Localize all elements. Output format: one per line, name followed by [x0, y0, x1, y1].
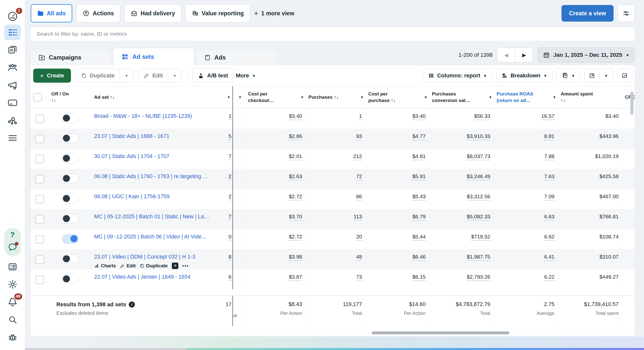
row-checkbox[interactable] — [35, 235, 44, 244]
tab-ads[interactable]: Ads — [197, 50, 277, 65]
metric-value[interactable]: $1,987.75 — [467, 254, 490, 261]
metric-value[interactable]: 6.62 — [544, 234, 554, 241]
metric-value[interactable]: $5,082.33 — [467, 214, 490, 221]
metric-value[interactable]: $3.87 — [289, 274, 302, 281]
metric-value[interactable]: 6.22 — [544, 274, 554, 281]
sidebar-item-advertise[interactable] — [4, 77, 21, 93]
header-cost-per-purchase[interactable]: Cost per purchase ↑↓ ▼ — [366, 86, 429, 108]
sidebar-item-notifications[interactable]: 48 — [4, 294, 21, 310]
filter-caret-icon[interactable]: ▼ — [489, 95, 492, 100]
tab-ad-sets[interactable]: Ad sets — [114, 48, 194, 65]
row-checkbox[interactable] — [35, 135, 44, 143]
account-gauge-icon[interactable]: 1 — [4, 9, 21, 24]
metric-value[interactable]: 7.63 — [544, 173, 554, 180]
select-all-checkbox[interactable] — [33, 93, 42, 102]
metric-value[interactable]: $719.52 — [471, 234, 490, 241]
metric-value[interactable]: 6.63 — [544, 214, 554, 221]
metric-value[interactable]: $5.43 — [412, 193, 426, 201]
header-purchases[interactable]: Purchases ↑↓ ▼ — [306, 86, 366, 108]
ad-set-name-link[interactable]: 06.08 | Static Ads | 1760 - 1763 | re ta… — [94, 173, 212, 180]
sidebar-item-business-assets[interactable] — [4, 113, 21, 128]
metric-value[interactable]: 113 — [354, 214, 362, 221]
row-action-edit[interactable]: Edit — [120, 263, 136, 269]
ad-set-toggle-off[interactable] — [62, 254, 78, 264]
one-more-view-button[interactable]: + 1 more view — [254, 9, 294, 17]
metric-value[interactable]: $6.15 — [412, 274, 426, 281]
metric-value[interactable]: 7.88 — [544, 153, 554, 160]
ad-set-toggle-off[interactable] — [62, 154, 78, 163]
metric-value[interactable]: $3.40 — [412, 113, 426, 120]
row-checkbox[interactable] — [35, 195, 44, 204]
duplicate-dropdown-button[interactable]: ▼ — [120, 69, 134, 83]
metric-value[interactable]: 6.41 — [544, 254, 554, 261]
vertical-scrollbar-thumb[interactable] — [630, 92, 633, 115]
help-icon[interactable]: ? — [10, 231, 15, 238]
next-page-button[interactable]: ▶ — [515, 48, 533, 62]
edit-button[interactable]: Edit — [138, 69, 168, 83]
filter-caret-icon[interactable]: ▼ — [227, 95, 230, 100]
columns-button[interactable]: Columns: report ▼ — [423, 69, 492, 83]
metric-value[interactable]: 7.09 — [544, 193, 554, 201]
sidebar-item-pages[interactable] — [4, 42, 21, 58]
ad-set-name-link[interactable]: 30.07 | Static Ads | 1704 - 1707 — [94, 153, 212, 160]
metric-value[interactable]: 72 — [356, 173, 362, 180]
ad-set-toggle-off[interactable] — [62, 214, 78, 224]
bottom-scroll-track[interactable] — [25, 348, 186, 350]
metric-value[interactable]: $4.81 — [412, 153, 426, 160]
metric-value[interactable]: 8.81 — [544, 133, 554, 140]
charts-panel-button[interactable] — [617, 69, 632, 83]
metric-value[interactable]: $8,037.73 — [467, 153, 490, 160]
filter-caret-icon[interactable]: ▼ — [553, 95, 556, 100]
chat-support-icon[interactable] — [7, 242, 18, 254]
row-checkbox[interactable] — [35, 255, 44, 264]
ad-set-name-link[interactable]: Broad - M&W - 18+ - NL/BE (1235-1239) — [94, 113, 212, 119]
header-clipped-column[interactable]: ▼ — [233, 86, 246, 108]
view-tab-all-ads[interactable]: All ads — [31, 4, 72, 22]
sidebar-item-reports[interactable] — [4, 259, 21, 275]
view-tab-value-reporting[interactable]: Value reporting — [185, 4, 250, 22]
create-a-view-button[interactable]: Create a view — [561, 5, 614, 22]
info-icon[interactable] — [129, 302, 135, 308]
ab-test-button[interactable]: A/B test — [192, 69, 233, 83]
sidebar-item-search[interactable] — [4, 312, 21, 327]
row-action-more[interactable]: ••• — [182, 263, 189, 269]
ad-set-name-link[interactable]: MC | 09 -12-2025 | Batch 06 | Video | AI… — [94, 234, 212, 240]
row-action-duplicate[interactable]: Duplicate — [140, 263, 168, 269]
sidebar-item-all-tools[interactable] — [4, 130, 21, 146]
metric-value[interactable]: $2.72 — [289, 234, 302, 241]
duplicate-button[interactable]: Duplicate — [75, 69, 120, 83]
metric-value[interactable]: $3.98 — [289, 254, 302, 261]
ad-set-name-link[interactable]: 23.07 | Video | DDM | Concept 032 | H 1-… — [94, 254, 212, 260]
sidebar-item-settings[interactable] — [4, 277, 21, 292]
ad-set-name-link[interactable]: MC | 05-12-2025 | Batch 01 | Static | Ne… — [94, 214, 212, 220]
view-settings-button[interactable] — [618, 5, 635, 22]
metric-value[interactable]: 93 — [356, 133, 362, 140]
row-action-open-chart[interactable] — [172, 263, 178, 269]
ad-set-toggle-on[interactable] — [62, 234, 78, 244]
metric-value[interactable]: $3,312.56 — [467, 193, 490, 201]
create-button[interactable]: + Create — [33, 69, 71, 83]
header-ad-set[interactable]: Ad set ↑↓ ▼ — [92, 86, 233, 108]
metric-value[interactable]: $5.44 — [412, 234, 426, 241]
horizontal-scrollbar-thumb[interactable] — [372, 331, 509, 334]
export-button[interactable] — [584, 69, 599, 83]
metric-value[interactable]: 212 — [353, 153, 362, 160]
header-off-on[interactable]: Off / On ↑↓ — [49, 86, 92, 108]
ad-set-name-link[interactable]: 06.08 | UGC | Kain | 1756-1759 — [94, 193, 212, 200]
more-button[interactable]: More ▼ — [236, 72, 256, 79]
row-action-charts[interactable]: Charts — [94, 263, 116, 269]
ad-set-name-link[interactable]: 23.07 | Static Ads | 1668 - 1671 — [94, 133, 212, 139]
date-range-picker[interactable]: Jan 1, 2025 – Dec 11, 2025 ▼ — [538, 47, 635, 63]
metric-value[interactable]: $6.46 — [412, 254, 426, 261]
header-purchase-roas[interactable]: Purchase ROAS (return on ad… ▼ — [494, 86, 558, 108]
metric-value[interactable]: $3.40 — [289, 113, 302, 120]
ad-set-toggle-off[interactable] — [62, 114, 78, 123]
ad-set-toggle-off[interactable] — [62, 174, 78, 183]
metric-value[interactable]: 73 — [356, 274, 362, 281]
filter-caret-icon[interactable]: ▼ — [238, 95, 242, 100]
view-tab-actions[interactable]: Actions — [76, 4, 120, 22]
ad-set-name-link[interactable]: 22.07 | Video Ads | Jeroen | 1649 - 1654 — [94, 274, 212, 280]
edit-dropdown-button[interactable]: ▼ — [168, 69, 182, 83]
filter-caret-icon[interactable]: ▼ — [424, 95, 427, 100]
metric-value[interactable]: 48 — [356, 254, 362, 261]
